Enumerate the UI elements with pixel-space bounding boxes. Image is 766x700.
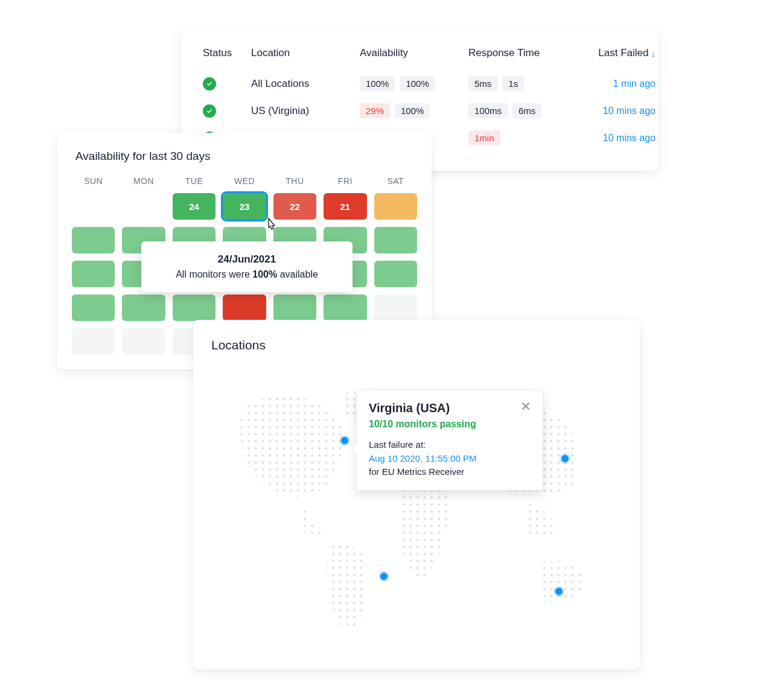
availability-pill: 100% xyxy=(400,76,435,91)
last-failed-link[interactable]: 1 min ago xyxy=(613,78,656,89)
popover-fail-time[interactable]: Aug 10 2020, 11:55:00 PM xyxy=(369,453,476,463)
calendar-cell[interactable] xyxy=(122,294,165,321)
location-popover: Virginia (USA) 10/10 monitors passing La… xyxy=(356,390,543,491)
calendar-cell[interactable] xyxy=(374,261,417,287)
locations-card: Locations xyxy=(193,320,640,670)
availability-pill: 100% xyxy=(395,103,430,118)
day-of-week-row: SUN MON TUE WED THU FRI SAT xyxy=(72,176,417,186)
locations-title: Locations xyxy=(211,338,622,352)
col-last-failed[interactable]: Last Failed ↓ xyxy=(598,47,656,70)
response-pill: 100ms xyxy=(468,103,508,118)
calendar-cell[interactable] xyxy=(72,261,115,287)
calendar-cell[interactable] xyxy=(72,294,115,321)
map-marker[interactable] xyxy=(555,588,563,595)
dow-label: TUE xyxy=(173,176,215,186)
world-map[interactable]: Virginia (USA) 10/10 monitors passing La… xyxy=(211,364,622,654)
tooltip-date: 24/Jun/2021 xyxy=(156,253,338,266)
last-failed-link[interactable]: 10 mins ago xyxy=(603,106,656,116)
sort-down-icon: ↓ xyxy=(651,48,656,59)
dow-label: WED xyxy=(223,176,266,186)
response-pill: 1s xyxy=(502,76,524,91)
calendar-cell xyxy=(72,328,115,355)
col-response-time: Response Time xyxy=(468,47,577,70)
calendar-cell[interactable]: 22 xyxy=(273,193,316,220)
tooltip-percent: 100% xyxy=(252,269,277,279)
response-pill: 1min xyxy=(468,130,500,145)
response-cells: 5ms 1s xyxy=(468,76,577,91)
tooltip-body: All monitors were 100% available xyxy=(156,269,338,280)
status-table-header: Status Location Availability Response Ti… xyxy=(203,47,636,70)
calendar-cell[interactable]: 24 xyxy=(173,193,215,220)
calendar-cell xyxy=(122,193,165,220)
calendar-title: Availability for last 30 days xyxy=(72,150,417,163)
location-name: All Locations xyxy=(251,78,354,90)
popover-title: Virginia (USA) xyxy=(369,401,450,415)
dow-label: THU xyxy=(273,176,316,186)
map-marker[interactable] xyxy=(380,573,388,580)
calendar-cell[interactable] xyxy=(324,294,366,321)
calendar-cell xyxy=(122,328,165,355)
calendar-cell[interactable]: 23 xyxy=(223,193,266,220)
table-row[interactable]: All Locations 100% 100% 5ms 1s 1 min ago xyxy=(203,70,636,97)
availability-pill: 29% xyxy=(360,103,390,118)
response-cells: 100ms 6ms xyxy=(468,103,577,118)
availability-cells: 29% 100% xyxy=(360,103,462,118)
popover-status: 10/10 monitors passing xyxy=(369,419,531,430)
calendar-cell[interactable] xyxy=(223,294,266,321)
response-pill: 5ms xyxy=(468,76,497,91)
map-marker[interactable] xyxy=(561,455,569,462)
calendar-cell[interactable] xyxy=(374,193,417,220)
calendar-cell xyxy=(72,193,115,220)
calendar-cell[interactable]: 21 xyxy=(324,193,366,220)
col-location: Location xyxy=(251,47,354,70)
calendar-tooltip: 24/Jun/2021 All monitors were 100% avail… xyxy=(141,241,353,292)
col-status: Status xyxy=(203,47,245,70)
close-icon[interactable] xyxy=(521,401,531,413)
calendar-cell[interactable] xyxy=(273,294,316,321)
last-failed-link[interactable]: 10 mins ago xyxy=(603,133,656,144)
dow-label: FRI xyxy=(324,176,366,186)
availability-pill: 100% xyxy=(360,76,395,91)
col-last-failed-label: Last Failed xyxy=(598,47,648,59)
response-pill: 6ms xyxy=(512,103,541,118)
calendar-cell[interactable] xyxy=(173,294,215,321)
location-name: US (Virginia) xyxy=(251,105,354,117)
dow-label: MON xyxy=(122,176,165,186)
popover-fail-for: for EU Metrics Receiver xyxy=(369,465,531,479)
tooltip-prefix: All monitors were xyxy=(176,269,252,279)
calendar-cell xyxy=(374,294,417,321)
popover-fail-label: Last failure at: xyxy=(369,438,531,452)
status-ok-icon xyxy=(203,77,216,91)
availability-cells: 100% 100% xyxy=(360,76,462,91)
calendar-cell[interactable] xyxy=(374,227,417,253)
table-row[interactable]: US (Virginia) 29% 100% 100ms 6ms 10 mins… xyxy=(203,97,636,124)
col-availability: Availability xyxy=(360,47,462,70)
dow-label: SAT xyxy=(374,176,417,186)
map-marker[interactable] xyxy=(341,437,348,444)
dow-label: SUN xyxy=(72,176,115,186)
calendar-cell[interactable] xyxy=(72,227,115,253)
status-ok-icon xyxy=(203,104,216,118)
response-cells: 1min xyxy=(468,130,577,145)
tooltip-suffix: available xyxy=(277,269,318,279)
